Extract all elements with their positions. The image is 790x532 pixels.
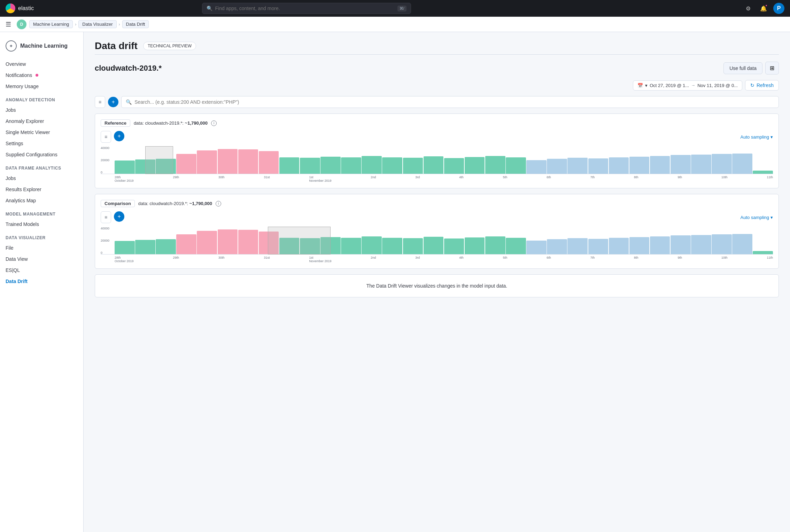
sidebar-item-esql[interactable]: ES|QL <box>0 265 83 276</box>
comparison-info-icon[interactable]: i <box>216 201 221 206</box>
hamburger-menu[interactable]: ☰ <box>6 21 11 28</box>
sidebar-item-anomaly-explorer[interactable]: Anomaly Explorer <box>0 116 83 127</box>
filter-button[interactable]: ≡ <box>95 96 105 108</box>
comparison-chart-card: Comparison data: cloudwatch-2019.*: ~1,7… <box>95 194 779 269</box>
bar <box>259 232 279 254</box>
user-avatar[interactable]: P <box>773 3 784 14</box>
breadcrumb-data-drift[interactable]: Data Drift <box>122 20 149 28</box>
notifications-dot <box>36 74 38 77</box>
top-nav: elastic 🔍 ⌘/ ⚙ 🔔 P <box>0 0 790 17</box>
reference-info-icon[interactable]: i <box>211 120 217 126</box>
add-filter-button[interactable]: + <box>108 97 118 107</box>
bar <box>691 235 711 254</box>
ml-icon: ✦ <box>6 40 17 52</box>
sidebar-item-supplied-configs[interactable]: Supplied Configurations <box>0 149 83 160</box>
bar <box>115 241 135 254</box>
bar <box>609 238 629 254</box>
bar <box>465 157 485 174</box>
comp-y-axis-labels: 40000 20000 0 <box>101 227 109 255</box>
global-search-input[interactable] <box>215 6 395 11</box>
sidebar-item-file[interactable]: File <box>0 242 83 253</box>
sidebar-item-ad-jobs[interactable]: Jobs <box>0 104 83 116</box>
notifications-icon-btn[interactable]: 🔔 <box>758 3 769 14</box>
comparison-bar-chart: 40000 20000 0 <box>101 227 773 255</box>
breadcrumb-machine-learning[interactable]: Machine Learning <box>29 20 73 28</box>
reference-bar-chart: 40000 20000 0 <box>101 146 773 174</box>
reference-chart-card: Reference data: cloudwatch-2019.*: ~1,79… <box>95 114 779 188</box>
comparison-controls-row: ≡ + Auto sampling ▾ <box>101 211 773 223</box>
bar <box>382 157 402 174</box>
sidebar-item-settings[interactable]: Settings <box>0 138 83 149</box>
sidebar-item-trained-models[interactable]: Trained Models <box>0 219 83 230</box>
columns-icon-button[interactable]: ⊞ <box>765 62 779 75</box>
breadcrumb-sep-1: › <box>75 22 76 27</box>
bar <box>444 238 464 254</box>
bar <box>444 158 464 174</box>
memory-usage-label: Memory Usage <box>6 84 39 89</box>
use-full-data-button[interactable]: Use full data <box>723 62 762 74</box>
sidebar-item-results-explorer[interactable]: Results Explorer <box>0 184 83 195</box>
reference-auto-sampling[interactable]: Auto sampling ▾ <box>741 134 773 140</box>
comparison-auto-sampling[interactable]: Auto sampling ▾ <box>741 215 773 220</box>
bar <box>424 237 444 254</box>
bar <box>712 154 732 174</box>
main-layout: ✦ Machine Learning Overview Notification… <box>0 32 790 532</box>
bar <box>712 234 732 254</box>
search-bar-wrapper: 🔍 <box>121 96 779 108</box>
bar <box>403 158 423 174</box>
esql-label: ES|QL <box>6 267 20 273</box>
bar <box>732 154 752 174</box>
date-from: Oct 27, 2019 @ 1... <box>650 83 689 88</box>
bar <box>156 239 176 254</box>
bar <box>135 159 155 174</box>
sidebar-item-single-metric[interactable]: Single Metric Viewer <box>0 127 83 138</box>
bottom-info-text: The Data Drift Viewer visualizes changes… <box>366 283 507 289</box>
results-explorer-label: Results Explorer <box>6 187 41 192</box>
bar <box>300 158 320 174</box>
header-divider <box>95 54 779 55</box>
sidebar-item-data-view[interactable]: Data View <box>0 253 83 265</box>
bar <box>362 156 382 174</box>
sidebar-item-data-drift[interactable]: Data Drift <box>0 276 83 287</box>
bar <box>424 156 444 174</box>
refresh-button[interactable]: ↻ Refresh <box>745 80 779 91</box>
page-title: Data drift <box>95 40 138 52</box>
date-range-picker[interactable]: 📅 ▾ Oct 27, 2019 @ 1... → Nov 11, 2019 @… <box>633 80 742 91</box>
analytics-map-label: Analytics Map <box>6 198 36 203</box>
sidebar-item-analytics-map[interactable]: Analytics Map <box>0 195 83 206</box>
elastic-logo[interactable]: elastic <box>6 3 34 13</box>
bar <box>341 238 361 254</box>
bar <box>218 229 238 254</box>
comparison-filter-button[interactable]: ≡ <box>101 211 111 223</box>
df-jobs-label: Jobs <box>6 175 16 181</box>
search-input[interactable] <box>134 99 774 105</box>
calendar-icon: 📅 <box>637 83 643 88</box>
global-search[interactable]: 🔍 ⌘/ <box>202 3 411 14</box>
reference-add-button[interactable]: + <box>114 131 124 141</box>
data-drift-label: Data Drift <box>6 279 28 284</box>
bar <box>320 237 341 254</box>
reference-chart-wrapper: 40000 20000 0 <box>101 146 773 182</box>
bar <box>465 237 485 254</box>
breadcrumb-bar: ☰ D Machine Learning › Data Visualizer ›… <box>0 17 790 32</box>
comparison-add-button[interactable]: + <box>114 211 124 222</box>
sidebar-item-df-jobs[interactable]: Jobs <box>0 173 83 184</box>
settings-icon-btn[interactable]: ⚙ <box>743 3 754 14</box>
reference-filter-button[interactable]: ≡ <box>101 131 111 143</box>
overview-label: Overview <box>6 61 26 67</box>
file-label: File <box>6 245 14 251</box>
bar <box>485 156 505 174</box>
bar <box>362 236 382 254</box>
auto-sampling-label-comp: Auto sampling <box>741 215 769 220</box>
sidebar-item-memory-usage[interactable]: Memory Usage <box>0 81 83 92</box>
bar <box>506 238 526 254</box>
bar <box>197 231 217 254</box>
reference-controls-row: ≡ + Auto sampling ▾ <box>101 131 773 143</box>
sidebar-item-overview[interactable]: Overview <box>0 58 83 70</box>
bar <box>320 157 341 174</box>
chevron-down-icon-comp: ▾ <box>770 215 773 220</box>
sidebar-item-notifications[interactable]: Notifications <box>0 70 83 81</box>
bar <box>650 236 670 254</box>
breadcrumb-data-visualizer[interactable]: Data Visualizer <box>78 20 116 28</box>
main-content: Data drift TECHNICAL PREVIEW cloudwatch-… <box>84 32 790 532</box>
